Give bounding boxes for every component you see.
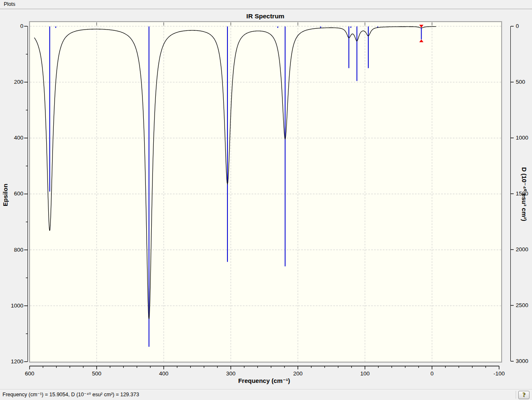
y-right-tick-label: 2500 (516, 302, 528, 308)
status-separator (516, 391, 516, 399)
x-tick-label: 500 (83, 370, 110, 377)
y-left-tick-label: 0 (0, 23, 23, 29)
x-tick-label: 400 (150, 370, 177, 377)
x-tick-label: 100 (352, 370, 378, 377)
y-left-tick-label: 800 (0, 247, 23, 253)
help-question-icon: ? (522, 392, 525, 398)
selected-marker-top-triangle (419, 25, 423, 28)
y-right-tick-label: 500 (516, 79, 525, 85)
status-readout: Frequency (cm⁻¹) = 15.9054, D (10⁻⁴⁰ esu… (2, 390, 139, 400)
x-tick-label: -100 (486, 370, 512, 377)
x-tick-label: 300 (217, 370, 244, 377)
y-left-tick-label: 600 (0, 190, 23, 197)
selected-marker-bottom-triangle (419, 40, 423, 42)
y-right-tick-label: 1000 (516, 135, 528, 141)
y-left-tick-label: 1000 (0, 302, 23, 309)
y-right-tick-label: 1500 (516, 190, 528, 197)
help-button[interactable]: ? (518, 391, 530, 399)
x-tick-label: 200 (285, 370, 311, 377)
x-axis-title-frequency: Frequency (cm⁻¹) (202, 377, 327, 385)
x-tick-label: 0 (419, 370, 445, 377)
ir-spectrum-chart[interactable] (0, 0, 532, 400)
spectrum-curve (34, 27, 436, 319)
x-tick-label: 600 (16, 370, 43, 377)
y-left-tick-label: 200 (0, 79, 23, 85)
y-left-tick-label: 400 (0, 135, 23, 141)
status-bar: Frequency (cm⁻¹) = 15.9054, D (10⁻⁴⁰ esu… (0, 389, 532, 400)
y-right-tick-label: 0 (516, 23, 519, 29)
y-right-tick-label: 3000 (516, 358, 528, 364)
y-right-tick-label: 2000 (516, 246, 528, 252)
y-left-tick-label: 1200 (0, 358, 23, 365)
